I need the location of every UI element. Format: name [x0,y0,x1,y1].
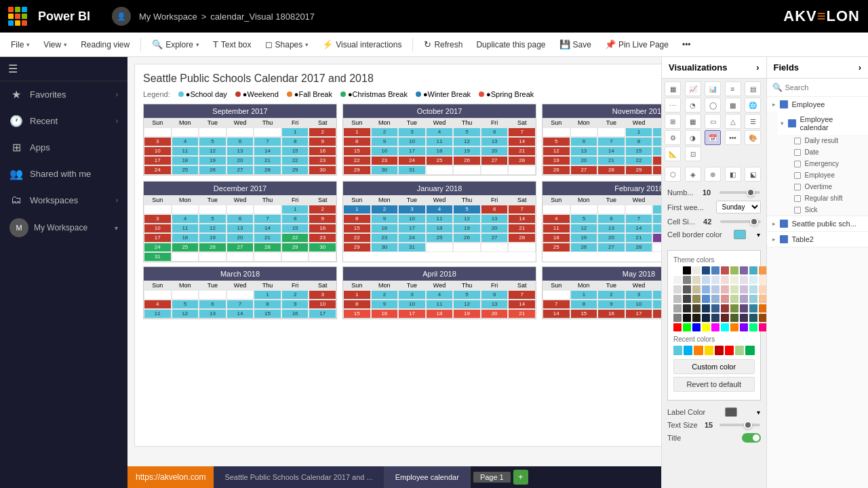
sidebar-item-my-workspace[interactable]: M My Workspace ▾ [0,213,127,243]
field-overtime[interactable]: Overtime [789,181,869,192]
viz-donut[interactable]: ◯ [705,98,721,113]
theme-color-cell[interactable] [749,276,757,284]
theme-color-cell[interactable] [683,304,691,312]
textbox-button[interactable]: T Text box [208,37,257,52]
theme-color-cell[interactable] [673,276,682,284]
recent-color-cell[interactable] [705,346,713,355]
viz-icon-row2-5[interactable]: ⬕ [745,167,761,182]
explore-button[interactable]: 🔍 Explore ▾ [146,37,205,52]
field-date[interactable]: Date [789,146,869,158]
date-checkbox[interactable] [794,149,801,156]
viz-panel-arrow[interactable]: › [756,62,759,73]
custom-color-button[interactable]: Custom color [673,359,755,374]
employee-checkbox[interactable] [794,172,801,179]
numb-slider[interactable] [719,191,760,194]
field-regular-shift[interactable]: Regular shift [789,192,869,204]
reading-view-button[interactable]: Reading view [75,37,135,52]
seattle-group-header[interactable]: ▸ Seattle public sch... [767,216,869,231]
theme-color-cell[interactable] [692,304,701,312]
theme-color-cell[interactable] [730,314,738,322]
theme-color-cell[interactable] [673,304,682,312]
theme-color-cell[interactable] [711,276,719,284]
sick-checkbox[interactable] [794,207,801,214]
recent-color-cell[interactable] [694,346,703,355]
file-menu-button[interactable]: File ▾ [5,37,35,52]
refresh-button[interactable]: ↻ Refresh [418,37,468,52]
shapes-button[interactable]: ◻ Shapes ▾ [260,37,315,52]
theme-color-cell[interactable] [721,304,729,312]
viz-map[interactable]: 🌐 [745,98,761,113]
add-page-button[interactable]: + [513,470,528,485]
fields-search[interactable]: 🔍 [767,79,869,97]
emergency-checkbox[interactable] [794,161,801,167]
label-color-dropdown[interactable]: ▾ [757,409,760,416]
theme-color-cell[interactable] [702,276,710,284]
sidebar-item-shared[interactable]: 👥 Shared with me [0,161,127,187]
viz-line-chart[interactable]: 📈 [685,81,701,96]
tab-seattle[interactable]: Seattle Public Schools Calendar 2017 and… [214,466,384,488]
theme-color-cell[interactable] [702,314,710,322]
tab-employee-calendar[interactable]: Employee calendar [384,466,471,488]
theme-color-cell[interactable] [711,304,719,312]
theme-color-cell[interactable] [702,285,710,293]
daily-result-checkbox[interactable] [794,138,801,144]
viz-format[interactable]: 🎨 [745,130,761,145]
recent-color-cell[interactable] [725,346,734,355]
viz-kpi[interactable]: △ [725,114,741,129]
theme-color-cell[interactable] [711,285,719,293]
fields-panel-arrow[interactable]: › [859,62,861,73]
theme-color-cell[interactable] [730,304,738,312]
theme-color-cell[interactable] [759,285,767,293]
viz-gauge[interactable]: ◑ [685,130,701,145]
theme-color-cell[interactable] [730,276,738,284]
theme-color-cell[interactable] [711,266,719,274]
theme-color-cell[interactable] [759,323,767,331]
theme-color-cell[interactable] [683,314,691,322]
viz-icon-row2-4[interactable]: ◧ [725,167,741,182]
theme-color-cell[interactable] [740,276,748,284]
viz-area-chart[interactable]: 📊 [705,81,721,96]
sidebar-toggle[interactable]: ☰ [0,57,127,81]
field-sick[interactable]: Sick [789,204,869,216]
field-employee[interactable]: Employee [789,169,869,181]
theme-color-cell[interactable] [730,285,738,293]
theme-color-cell[interactable] [702,266,710,274]
recent-color-cell[interactable] [715,346,724,355]
sidebar-item-favorites[interactable]: ★ Favorites › [0,81,127,108]
theme-color-cell[interactable] [721,314,729,322]
recent-color-cell[interactable] [684,346,692,355]
theme-color-cell[interactable] [711,323,719,331]
theme-color-cell[interactable] [711,314,719,322]
viz-table[interactable]: ⊞ [665,114,681,129]
viz-filter[interactable]: ⚙ [665,130,681,145]
overtime-checkbox[interactable] [794,184,801,190]
theme-color-cell[interactable] [692,285,701,293]
title-toggle[interactable] [742,433,761,443]
theme-color-cell[interactable] [721,295,729,303]
theme-color-cell[interactable] [749,323,757,331]
theme-color-cell[interactable] [683,276,691,284]
viz-card[interactable]: ▭ [705,114,721,129]
viz-scatter[interactable]: ⋯ [665,98,681,113]
label-color-swatch[interactable] [725,407,737,417]
theme-color-cell[interactable] [692,323,701,331]
theme-color-cell[interactable] [730,266,738,274]
viz-matrix[interactable]: ▦ [685,114,701,129]
cell-border-swatch[interactable] [734,230,746,239]
theme-color-cell[interactable] [749,304,757,312]
visual-interactions-button[interactable]: ⚡ Visual interactions [317,37,407,52]
regular-shift-checkbox[interactable] [794,195,801,202]
theme-color-cell[interactable] [759,304,767,312]
theme-color-cell[interactable] [740,323,748,331]
viz-icon-row2-1[interactable]: ⬡ [665,167,681,182]
sidebar-item-workspaces[interactable]: 🗂 Workspaces › [0,187,127,213]
viz-slicer[interactable]: ☰ [745,114,761,129]
theme-color-cell[interactable] [673,314,682,322]
theme-color-cell[interactable] [740,266,748,274]
theme-color-cell[interactable] [749,314,757,322]
theme-color-cell[interactable] [673,266,682,274]
theme-color-cell[interactable] [759,295,767,303]
field-emergency[interactable]: Emergency [789,158,869,169]
theme-color-cell[interactable] [692,295,701,303]
field-group-employee-header[interactable]: ▸ Employee [767,97,869,112]
